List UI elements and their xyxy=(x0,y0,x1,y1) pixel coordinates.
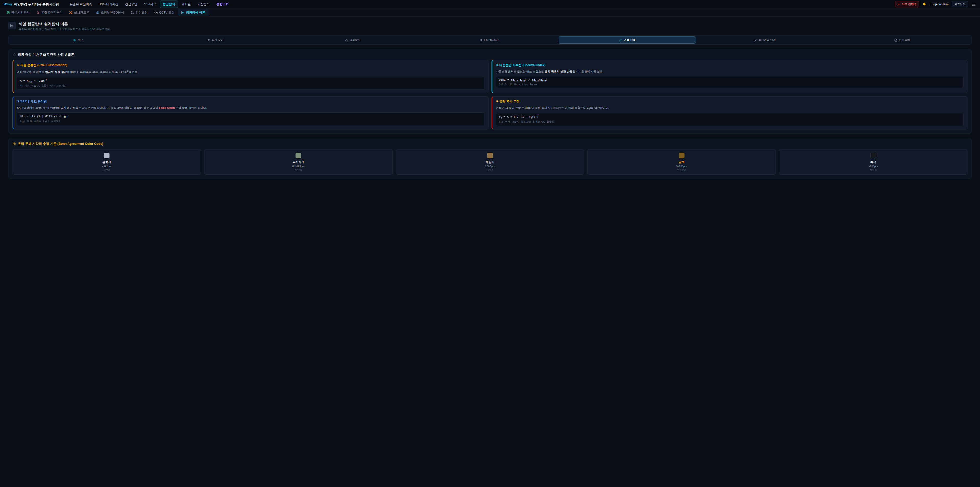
thickness-layer: 금속층 xyxy=(399,168,582,172)
method-card-title: ② 다중분광 지수법 (Spectral Index) xyxy=(496,63,964,67)
chart-icon xyxy=(181,11,185,14)
method-card-title: ③ SAR 임계값 분리법 xyxy=(17,99,485,104)
formula-block: A = Noil × (GSD)2 N: 기름 픽셀수, GSD: 지상 표본거… xyxy=(17,77,485,89)
cube-icon xyxy=(96,11,99,14)
subtab-realtime-drone[interactable]: 실시간드론 xyxy=(66,9,93,16)
formula: A = Noil × (GSD)2 xyxy=(20,79,482,83)
droplet-icon xyxy=(36,11,40,14)
method-card-spectral-index: ② 다중분광 지수법 (Spectral Index) 다중분광 센서로 촬영한… xyxy=(492,60,967,93)
bonn-card-silver: 은회색 < 0.1μm 광택층 xyxy=(13,149,201,175)
thickness-layer: 박막층 xyxy=(207,168,390,172)
color-swatch xyxy=(104,153,110,158)
method-card-description: 면적(A)과 평균 유막 두께(d) 및 풍화 경과 시간(t)으로부터 원래 … xyxy=(496,105,964,111)
nav-item-hns[interactable]: HNS·대기확산 xyxy=(95,0,121,8)
top-bar: Wing 해양환경 위기대응 통합시스템 유출유 확산예측 HNS·대기확산 긴… xyxy=(0,0,980,9)
formula-note: Oil Spill Detection Index xyxy=(499,83,961,86)
methods-grid: ① 픽셀 분류법 (Pixel Classification) 광학 영상의 각… xyxy=(13,60,967,129)
thickness-name: 메탈릭 xyxy=(399,160,582,164)
user-name: Eunjeong Kim xyxy=(929,3,948,6)
method-card-description: 다중분광 센서로 촬영한 밴드 조합으로 유막 특유의 분광 반응을 지수화하여… xyxy=(496,69,964,74)
app-title: 해양환경 위기대응 통합시스템 xyxy=(14,2,59,6)
globe-icon xyxy=(73,38,76,42)
area-chart-icon xyxy=(8,22,16,29)
thickness-range: 0.3–5μm xyxy=(399,165,582,168)
method-card-pixel-classification: ① 픽셀 분류법 (Pixel Classification) 광학 영상의 각… xyxy=(13,60,488,93)
thickness-range: 0.1–0.3μm xyxy=(207,165,390,168)
thickness-name: 흑색 xyxy=(782,160,965,164)
page-header: 해양 항공탐색·원격탐사 이론 유출유 원격탐지·항공감시 기법·ESI 방제정… xyxy=(8,22,972,31)
pencil-icon xyxy=(619,38,622,42)
subtab-cctv[interactable]: CCTV 조회 xyxy=(151,9,178,16)
sub-tab-bar: 영상사진관리 유출유면적분석 실시간드론 오염/선박3D분석 위성요청 CCTV… xyxy=(0,9,980,17)
nav-item-integrated-search[interactable]: 통합조회 xyxy=(213,0,232,8)
formula-block: V0 = A × d / (1 − fe(t)) fe: 누적 증발비 (Sti… xyxy=(496,113,964,126)
formula-note: Tth: 최적 임계값 (국소 적응형) xyxy=(20,119,482,123)
bonn-grid: 은회색 < 0.1μm 광택층 무지개색 0.1–0.3μm 박막층 메탈릭 0… xyxy=(13,149,967,175)
nav-item-weather[interactable]: 기상정보 xyxy=(194,0,213,8)
method-card-description: 광학 영상의 각 픽셀을 반사도·색상·질감에 따라 기름/해수로 분류. 분류… xyxy=(17,69,485,74)
page-title: 해양 항공탐색·원격탐사 이론 xyxy=(19,22,111,27)
color-swatch xyxy=(296,153,301,158)
page-header-text: 해양 항공탐색·원격탐사 이론 유출유 원격탐지·항공감시 기법·ESI 방제정… xyxy=(19,22,111,31)
formula: Oil = {(x,y) | σ°(x,y) < Tth} xyxy=(20,114,482,118)
thickness-name: 무지개색 xyxy=(207,160,390,164)
main-nav: 유출유 확산예측 HNS·대기확산 긴급구난 보고자료 항공탐색 게시판 기상정… xyxy=(67,0,232,8)
nav-item-board[interactable]: 게시판 xyxy=(179,0,194,8)
nav-item-aerial-search[interactable]: 항공탐색 xyxy=(160,0,178,8)
theory-tab-bar: 개요 탐지 장비 원격탐사 ESI 방제지도 면적 산정 확산예측 연계 논문특… xyxy=(8,35,972,45)
formula-block: Oil = {(x,y) | σ°(x,y) < Tth} Tth: 최적 임계… xyxy=(17,112,485,125)
subtab-ship-3d-analysis[interactable]: 오염/선박3D분석 xyxy=(93,9,127,16)
color-swatch xyxy=(870,153,876,158)
bell-icon[interactable] xyxy=(922,2,926,6)
nav-item-rescue[interactable]: 긴급구난 xyxy=(122,0,140,8)
method-card-title: ④ 유량 역산 추정 xyxy=(496,99,964,104)
document-icon xyxy=(894,38,897,42)
area-methods-section: 항공 영상 기반 유출유 면적 산정 방법론 ① 픽셀 분류법 (Pixel C… xyxy=(8,49,972,134)
color-swatch xyxy=(487,153,493,158)
subtab-image-management[interactable]: 영상사진관리 xyxy=(3,9,33,16)
formula: V0 = A × d / (1 − fe(t)) xyxy=(499,115,961,119)
incident-status-badge[interactable]: 사고 진행중 xyxy=(895,1,919,7)
tab-overview[interactable]: 개요 xyxy=(9,36,146,44)
method-card-volume-inversion: ④ 유량 역산 추정 면적(A)과 평균 유막 두께(d) 및 풍화 경과 시간… xyxy=(492,96,967,130)
tab-remote-sensing[interactable]: 원격탐사 xyxy=(284,36,422,44)
formula-note: fe: 누적 증발비 (Stiver & Mackay 1984) xyxy=(499,120,961,124)
bonn-card-metallic: 메탈릭 0.3–5μm 금속층 xyxy=(396,149,584,175)
map-icon xyxy=(479,38,483,42)
method-card-sar-threshold: ③ SAR 임계값 분리법 SAR 영상에서 후방산란계수(σ°)의 임계값 이… xyxy=(13,96,488,130)
tab-diffusion-link[interactable]: 확산예측 연계 xyxy=(696,36,833,44)
formula-note: N: 기름 픽셀수, GSD: 지상 표본거리 xyxy=(20,84,482,88)
link-icon xyxy=(754,38,757,42)
formula-block: OSDI = (BNIR−BRed) / (BNIR+BRed) Oil Spi… xyxy=(496,76,964,88)
app-logo: Wing xyxy=(3,2,12,6)
logout-button[interactable]: 로그아웃 xyxy=(952,1,968,7)
thickness-range: 5–200μm xyxy=(590,165,773,168)
nav-item-spill-forecast[interactable]: 유출유 확산예측 xyxy=(67,0,95,8)
satellite-icon xyxy=(130,11,134,14)
drone-icon xyxy=(69,11,73,14)
tab-papers-patents[interactable]: 논문특허 xyxy=(834,36,971,44)
bonn-card-rainbow: 무지개색 0.1–0.3μm 박막층 xyxy=(204,149,393,175)
tab-area-calculation[interactable]: 면적 산정 xyxy=(558,36,696,44)
thickness-layer: 두꺼운층 xyxy=(590,168,773,172)
color-swatch xyxy=(679,153,684,158)
brand[interactable]: Wing 해양환경 위기대응 통합시스템 xyxy=(3,2,59,6)
method-card-description: SAR 영상에서 후방산란계수(σ°)의 임계값 이하를 유막으로 판정합니다.… xyxy=(17,105,485,110)
subtab-satellite-request[interactable]: 위성요청 xyxy=(127,9,151,16)
page-subtitle: 유출유 원격탐지·항공감시 기법·ESI 방제정보지도·등록특허 10-1567… xyxy=(19,27,111,31)
nav-item-reports[interactable]: 보고자료 xyxy=(141,0,159,8)
thickness-range: < 0.1μm xyxy=(15,165,198,168)
tab-esi-map[interactable]: ESI 방제지도 xyxy=(422,36,558,44)
hamburger-menu-icon[interactable] xyxy=(971,2,977,7)
formula: OSDI = (BNIR−BRed) / (BNIR+BRed) xyxy=(499,78,961,82)
alert-icon xyxy=(897,3,900,6)
subtab-oil-area-analysis[interactable]: 유출유면적분석 xyxy=(33,9,66,16)
top-right-cluster: 사고 진행중 Eunjeong Kim 로그아웃 xyxy=(895,1,977,7)
thickness-range: >200μm xyxy=(782,165,965,168)
thickness-name: 갈색 xyxy=(590,160,773,164)
plane-icon xyxy=(207,38,210,42)
subtab-aerial-search-theory[interactable]: 항공탐색 이론 xyxy=(178,9,208,16)
main-content: 해양 항공탐색·원격탐사 이론 유출유 원격탐지·항공감시 기법·ESI 방제정… xyxy=(0,17,980,189)
bonn-section-heading: 유막 두께 시각적 추정 기준 (Bonn Agreement Color Co… xyxy=(13,142,967,146)
tab-detection-equipment[interactable]: 탐지 장비 xyxy=(146,36,284,44)
